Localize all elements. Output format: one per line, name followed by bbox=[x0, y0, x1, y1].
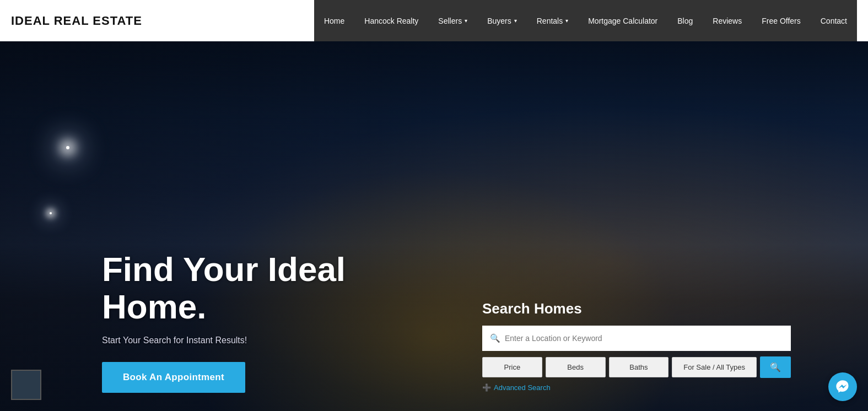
search-icon: 🔍 bbox=[490, 333, 500, 343]
site-title: IDEAL REAL ESTATE bbox=[11, 14, 142, 28]
filter-btn-beds[interactable]: Beds bbox=[546, 357, 606, 377]
nav-item-reviews[interactable]: Reviews bbox=[703, 0, 752, 41]
nav-item-contact[interactable]: Contact bbox=[811, 0, 857, 41]
advanced-search-link[interactable]: ➕ Advanced Search bbox=[482, 383, 791, 392]
filter-btn-price[interactable]: Price bbox=[482, 357, 542, 377]
nav-item-free-offers[interactable]: Free Offers bbox=[752, 0, 811, 41]
hero-section: Find Your Ideal Home. Start Your Search … bbox=[0, 41, 868, 411]
search-filters: PriceBedsBathsFor Sale / All Types🔍 bbox=[482, 356, 791, 378]
light-flare-small bbox=[50, 212, 52, 214]
thumbnail-preview bbox=[11, 370, 41, 400]
search-panel-title: Search Homes bbox=[482, 300, 791, 317]
filter-btn-baths[interactable]: Baths bbox=[609, 357, 669, 377]
messenger-button[interactable] bbox=[828, 372, 857, 401]
search-panel: Search Homes 🔍 PriceBedsBathsFor Sale / … bbox=[482, 300, 791, 392]
search-go-button[interactable]: 🔍 bbox=[760, 356, 791, 378]
hero-subtext: Start Your Search for Instant Results! bbox=[102, 336, 346, 345]
nav-item-mortgage-calculator[interactable]: Mortgage Calculator bbox=[578, 0, 667, 41]
search-input[interactable] bbox=[505, 334, 783, 343]
hero-headline-line2: Home. bbox=[102, 288, 346, 326]
site-header: IDEAL REAL ESTATE HomeHancock RealtySell… bbox=[0, 0, 868, 41]
nav-item-rentals[interactable]: Rentals▾ bbox=[527, 0, 578, 41]
book-appointment-button[interactable]: Book An Appointment bbox=[102, 362, 245, 393]
nav-item-hancock-realty[interactable]: Hancock Realty bbox=[354, 0, 428, 41]
nav-inner: HomeHancock RealtySellers▾Buyers▾Rentals… bbox=[314, 0, 857, 41]
chevron-down-icon: ▾ bbox=[565, 18, 568, 24]
plus-icon: ➕ bbox=[482, 383, 491, 392]
nav-item-sellers[interactable]: Sellers▾ bbox=[428, 0, 477, 41]
chevron-down-icon: ▾ bbox=[465, 18, 467, 24]
search-go-icon: 🔍 bbox=[770, 362, 781, 372]
hero-headline-line1: Find Your Ideal bbox=[102, 251, 346, 288]
search-input-wrap: 🔍 bbox=[482, 326, 791, 351]
hero-content-left: Find Your Ideal Home. Start Your Search … bbox=[102, 251, 346, 393]
filter-btn-for-sale-all-types[interactable]: For Sale / All Types bbox=[672, 357, 757, 377]
nav-item-blog[interactable]: Blog bbox=[667, 0, 703, 41]
nav-item-buyers[interactable]: Buyers▾ bbox=[477, 0, 527, 41]
chevron-down-icon: ▾ bbox=[514, 18, 517, 24]
hero-headline: Find Your Ideal Home. bbox=[102, 251, 346, 326]
main-nav: HomeHancock RealtySellers▾Buyers▾Rentals… bbox=[314, 0, 857, 41]
messenger-icon bbox=[835, 379, 850, 394]
nav-item-home[interactable]: Home bbox=[314, 0, 354, 41]
advanced-search-label: Advanced Search bbox=[494, 383, 551, 392]
light-flare-left bbox=[66, 146, 69, 149]
